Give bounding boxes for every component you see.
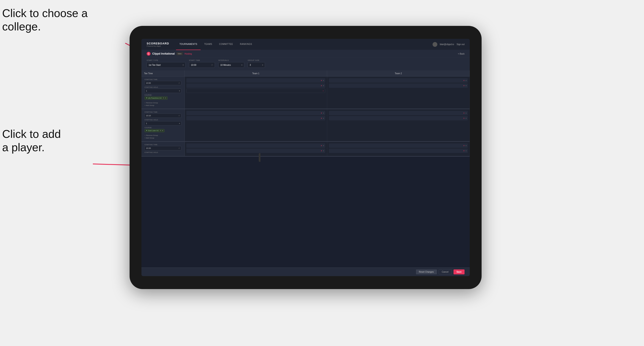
- player-slot-2-1[interactable]: ✕ ▾: [329, 78, 468, 83]
- cancel-button[interactable]: Cancel: [438, 269, 452, 274]
- reset-changes-button[interactable]: Reset Changes: [416, 269, 437, 274]
- chevron-down-icon: ▾: [183, 64, 184, 66]
- tablet-screen: SCOREBOARD Powered by clippd TOURNAMENTS…: [142, 39, 470, 276]
- team1-cell-3: ✕ ▾ ✕ ▾: [185, 142, 327, 156]
- player-slot-6-1[interactable]: ✕ ▾: [329, 144, 468, 148]
- starting-hole-label: STARTING HOLE:: [144, 86, 182, 88]
- event-info: C Clippd Invitational Men Hosting: [147, 52, 192, 56]
- save-button[interactable]: Save: [454, 269, 464, 274]
- nav-tab-tournaments[interactable]: TOURNAMENTS: [176, 39, 201, 50]
- chevron-icon: ▾: [165, 97, 166, 99]
- course-tag-close-2[interactable]: ✕: [160, 130, 161, 132]
- remove-group-1[interactable]: ○ Remove Group: [144, 102, 182, 104]
- starting-hole-input-1[interactable]: 1 ▾: [144, 89, 182, 93]
- chevron-icon: ▾: [179, 123, 180, 125]
- player-slot-1-1[interactable]: ✕ ▾: [186, 78, 325, 83]
- start-type-label: Start Type: [147, 59, 186, 61]
- close-icon[interactable]: ✕: [463, 145, 465, 147]
- add-icon[interactable]: +: [323, 90, 324, 92]
- circle-icon: ○: [144, 134, 146, 136]
- intervals-group: Intervals 10 Minutes ▾: [218, 59, 244, 68]
- intervals-label: Intervals: [218, 59, 244, 61]
- remove-group-2[interactable]: ○ Remove Group: [144, 134, 182, 136]
- start-type-select[interactable]: 1st Tee Start ▾: [147, 62, 186, 68]
- player-slot-5-1[interactable]: ✕ ▾: [186, 144, 325, 148]
- close-icon[interactable]: ✕: [321, 117, 322, 119]
- user-email: blair@clippd.io: [440, 43, 454, 45]
- table-header: Tee Time Team 1 Team 2: [142, 71, 470, 77]
- close-icon[interactable]: ✕: [463, 80, 465, 82]
- group-left-panel-1: STARTING TIME: 10:00 ⏱ STARTING HOLE: 1 …: [142, 77, 185, 109]
- starting-hole-input-2[interactable]: 1 ▾: [144, 121, 182, 126]
- chevron-icon: ▾: [466, 117, 466, 119]
- flag-icon: ⚑: [146, 130, 147, 132]
- logo: SCOREBOARD Powered by clippd: [147, 42, 169, 47]
- close-icon[interactable]: ✕: [321, 150, 322, 152]
- circle-icon: ○: [144, 102, 146, 104]
- group-size-group: Group Size 3 ▾: [248, 59, 265, 68]
- group-left-panel-2: STARTING TIME: 10:10 ⏱ STARTING HOLE: 1 …: [142, 109, 185, 141]
- player-slot-1-3[interactable]: +: [186, 89, 325, 93]
- nav-tab-rankings[interactable]: RANKINGS: [236, 39, 256, 50]
- close-icon[interactable]: ✕: [321, 85, 322, 87]
- close-icon[interactable]: ✕: [321, 112, 322, 114]
- intervals-select[interactable]: 10 Minutes ▾: [218, 62, 244, 68]
- th-team1: Team 1: [185, 71, 327, 76]
- starting-time-input-3[interactable]: 10:20 ⏱: [144, 146, 182, 150]
- tablet-frame: SCOREBOARD Powered by clippd TOURNAMENTS…: [130, 26, 482, 289]
- clock-icon: ⏱: [178, 148, 180, 149]
- starting-hole-label: STARTING HOLE:: [144, 119, 182, 121]
- add-group-2[interactable]: + Add Group: [144, 137, 182, 139]
- footer: Reset Changes Cancel Save: [142, 267, 470, 276]
- player-slot-1-2[interactable]: ✕ ▾: [186, 83, 325, 88]
- close-icon[interactable]: ✕: [321, 145, 322, 147]
- course-tag-close-1[interactable]: ✕: [163, 97, 164, 99]
- chevron-down-icon: ▾: [242, 64, 242, 66]
- clock-icon: ⏱: [178, 115, 180, 117]
- player-slot-4-1[interactable]: ✕ ▾: [329, 111, 468, 115]
- chevron-down-icon: ▾: [262, 64, 263, 66]
- player-slot-2-2[interactable]: ✕ ▾: [329, 83, 468, 88]
- starting-time-input-1[interactable]: 10:00 ⏱: [144, 81, 182, 85]
- group-block-2: STARTING TIME: 10:10 ⏱ STARTING HOLE: 1 …: [142, 109, 470, 142]
- nav-tab-committee[interactable]: COMMITTEE: [216, 39, 236, 50]
- controls-row: Start Type 1st Tee Start ▾ Start Time 10…: [142, 58, 470, 71]
- player-slot-4-2[interactable]: ✕ ▾: [329, 116, 468, 120]
- team1-cell-2: ✕ ▾ ✕ ▾: [185, 109, 327, 141]
- close-icon[interactable]: ✕: [463, 150, 465, 152]
- chevron-icon: ▾: [466, 80, 466, 82]
- group-block-3: STARTING TIME: 10:20 ⏱ STARTING HOLE: ✕ …: [142, 142, 470, 157]
- sub-header: C Clippd Invitational Men Hosting < Back: [142, 50, 470, 58]
- close-icon[interactable]: ✕: [463, 85, 465, 87]
- player-slot-3-1[interactable]: ✕ ▾: [186, 111, 325, 115]
- player-slot-5-2[interactable]: ✕ ▾: [186, 149, 325, 153]
- chevron-icon: ▾: [323, 150, 324, 152]
- nav-tab-teams[interactable]: TEAMS: [201, 39, 216, 50]
- group-size-select[interactable]: 3 ▾: [248, 62, 265, 68]
- starting-time-label: STARTING TIME:: [144, 79, 182, 80]
- player-slot-3-2[interactable]: ✕ ▾: [186, 116, 325, 120]
- course-label: COURSE:: [144, 94, 182, 96]
- close-icon[interactable]: ✕: [463, 117, 465, 119]
- back-button[interactable]: < Back: [458, 53, 464, 55]
- event-logo: C: [147, 52, 150, 56]
- chevron-icon: ▾: [466, 85, 466, 87]
- main-content: STARTING TIME: 10:00 ⏱ STARTING HOLE: 1 …: [142, 77, 470, 267]
- group-row-2: STARTING TIME: 10:10 ⏱ STARTING HOLE: 1 …: [142, 109, 470, 141]
- add-group-1[interactable]: + Add Group: [144, 104, 182, 106]
- starting-time-label: STARTING TIME:: [144, 144, 182, 145]
- starting-hole-label: STARTING HOLE:: [144, 152, 182, 153]
- starting-time-input-2[interactable]: 10:10 ⏱: [144, 114, 182, 118]
- start-time-input[interactable]: 10:00 ⏱: [189, 62, 215, 68]
- close-icon[interactable]: ✕: [321, 80, 322, 82]
- course-tag-2: ⚑ East Lake GC ✕ ▾: [144, 129, 164, 132]
- sign-out-link[interactable]: Sign out: [456, 43, 464, 45]
- chevron-icon: ▾: [323, 85, 324, 87]
- event-badge: Men: [176, 52, 183, 55]
- player-slot-6-2[interactable]: ✕ ▾: [329, 149, 468, 153]
- close-icon[interactable]: ✕: [463, 112, 465, 114]
- start-time-label: Start Time: [189, 59, 215, 61]
- chevron-icon: ▾: [323, 117, 324, 119]
- chevron-icon: ▾: [466, 112, 466, 114]
- chevron-icon: ▾: [323, 145, 324, 147]
